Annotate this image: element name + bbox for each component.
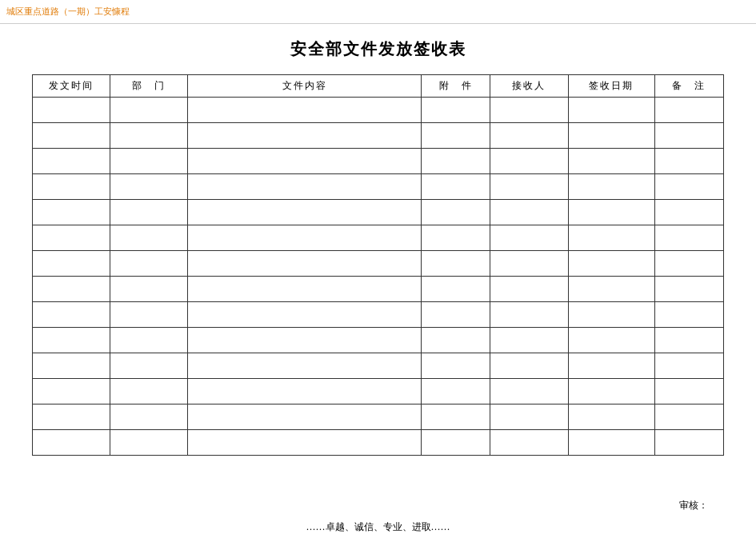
table-cell: [490, 277, 568, 302]
table-cell: [490, 200, 568, 225]
table-cell: [490, 353, 568, 379]
table-row: [33, 123, 724, 149]
table-cell: [33, 225, 110, 251]
table-cell: [568, 353, 654, 379]
table-cell: [490, 149, 568, 174]
table-cell: [490, 404, 568, 430]
table-cell: [654, 200, 723, 225]
table-row: [33, 302, 724, 328]
table-cell: [188, 174, 422, 200]
main-table: 发文时间 部 门 文件内容 附 件 接收人 签收日期 备 注: [32, 74, 724, 456]
table-row: [33, 251, 724, 277]
table-cell: [421, 123, 490, 149]
header-signdate: 签收日期: [568, 75, 654, 98]
content-area: 安全部文件发放签收表 发文时间 部 门 文件内容 附 件 接收人 签收日期 备 …: [0, 24, 756, 494]
table-cell: [110, 251, 188, 277]
table-cell: [421, 225, 490, 251]
table-cell: [421, 98, 490, 123]
table-cell: [188, 149, 422, 174]
table-cell: [110, 98, 188, 123]
table-cell: [421, 251, 490, 277]
table-cell: [33, 353, 110, 379]
table-cell: [188, 404, 422, 430]
table-cell: [110, 379, 188, 404]
table-cell: [110, 149, 188, 174]
table-cell: [421, 404, 490, 430]
table-cell: [421, 277, 490, 302]
table-cell: [568, 404, 654, 430]
table-cell: [568, 251, 654, 277]
table-cell: [110, 277, 188, 302]
table-cell: [568, 174, 654, 200]
table-cell: [654, 98, 723, 123]
table-cell: [490, 98, 568, 123]
table-cell: [654, 353, 723, 379]
header-time: 发文时间: [33, 75, 110, 98]
table-row: [33, 404, 724, 430]
table-cell: [421, 328, 490, 353]
table-cell: [188, 302, 422, 328]
header-remark: 备 注: [654, 75, 723, 98]
table-cell: [33, 200, 110, 225]
table-cell: [490, 430, 568, 456]
table-row: [33, 379, 724, 404]
table-cell: [568, 225, 654, 251]
table-cell: [568, 277, 654, 302]
table-cell: [110, 174, 188, 200]
table-body: [33, 98, 724, 456]
table-cell: [490, 251, 568, 277]
table-cell: [421, 430, 490, 456]
table-row: [33, 277, 724, 302]
table-cell: [188, 379, 422, 404]
table-cell: [33, 277, 110, 302]
table-row: [33, 225, 724, 251]
table-row: [33, 98, 724, 123]
table-cell: [421, 379, 490, 404]
table-cell: [654, 379, 723, 404]
table-cell: [654, 277, 723, 302]
table-cell: [421, 353, 490, 379]
table-cell: [188, 328, 422, 353]
table-cell: [188, 277, 422, 302]
table-cell: [188, 200, 422, 225]
table-row: [33, 328, 724, 353]
table-cell: [654, 225, 723, 251]
table-cell: [110, 225, 188, 251]
table-cell: [568, 430, 654, 456]
table-cell: [33, 251, 110, 277]
table-cell: [110, 200, 188, 225]
table-cell: [188, 353, 422, 379]
table-cell: [490, 302, 568, 328]
table-cell: [654, 430, 723, 456]
table-header-row: 发文时间 部 门 文件内容 附 件 接收人 签收日期 备 注: [33, 75, 724, 98]
table-row: [33, 174, 724, 200]
top-bar: 城区重点道路（一期）工安慷程: [0, 0, 756, 24]
footer-slogan: ……卓越、诚信、专业、进取……: [306, 520, 450, 534]
table-row: [33, 149, 724, 174]
table-cell: [188, 251, 422, 277]
table-cell: [33, 430, 110, 456]
table-cell: [110, 430, 188, 456]
table-cell: [188, 225, 422, 251]
table-cell: [421, 149, 490, 174]
table-cell: [110, 328, 188, 353]
page-container: 城区重点道路（一期）工安慷程 安全部文件发放签收表 发文时间 部 门 文件内容 …: [0, 0, 756, 534]
table-cell: [490, 225, 568, 251]
table-cell: [421, 302, 490, 328]
table-cell: [421, 200, 490, 225]
table-cell: [33, 328, 110, 353]
doc-title: 安全部文件发放签收表: [290, 38, 466, 60]
header-dept: 部 门: [110, 75, 188, 98]
table-cell: [568, 302, 654, 328]
table-cell: [568, 200, 654, 225]
table-cell: [654, 149, 723, 174]
table-cell: [110, 123, 188, 149]
audit-label: 审核：: [679, 499, 708, 512]
table-cell: [188, 98, 422, 123]
table-cell: [33, 379, 110, 404]
table-cell: [33, 98, 110, 123]
header-content: 文件内容: [188, 75, 422, 98]
table-cell: [568, 149, 654, 174]
table-cell: [33, 174, 110, 200]
table-cell: [654, 251, 723, 277]
